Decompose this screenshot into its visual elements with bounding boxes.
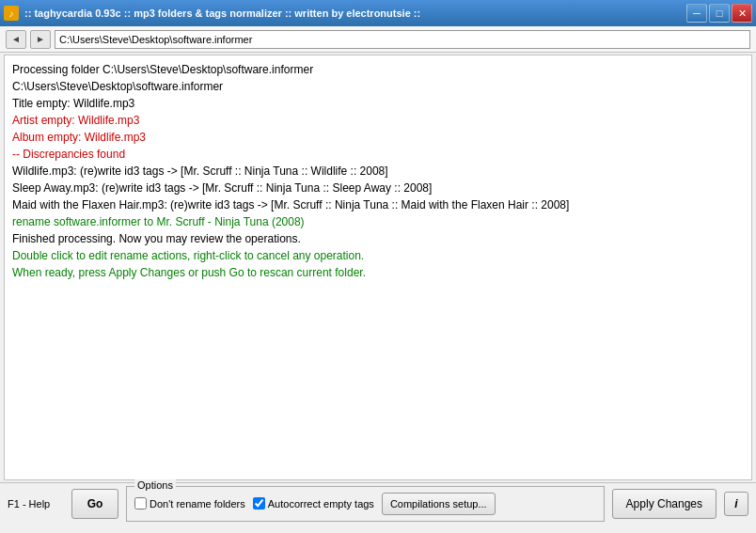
log-line: Wildlife.mp3: (re)write id3 tags -> [Mr.…	[12, 163, 744, 180]
log-line: Maid with the Flaxen Hair.mp3: (re)write…	[12, 196, 744, 213]
minimize-button[interactable]: ─	[686, 4, 707, 23]
info-button[interactable]: i	[724, 492, 748, 516]
options-group: Options Don't rename folders Autocorrect…	[126, 486, 605, 522]
help-text: F1 - Help	[8, 498, 64, 509]
compilations-setup-button[interactable]: Compilations setup...	[382, 493, 496, 515]
close-button[interactable]: ✕	[732, 4, 752, 23]
options-label: Options	[134, 479, 176, 491]
autocorrect-empty-tags-label[interactable]: Autocorrect empty tags	[253, 497, 374, 509]
log-line: -- Discrepancies found	[12, 146, 744, 163]
title-bar-controls: ─ □ ✕	[686, 4, 752, 23]
log-line: Double click to edit rename actions, rig…	[12, 247, 744, 264]
dont-rename-folders-checkbox[interactable]	[134, 497, 147, 509]
log-line: Artist empty: Wildlife.mp3	[12, 112, 744, 129]
log-line: C:\Users\Steve\Desktop\software.informer	[12, 78, 744, 95]
log-line: Album empty: Wildlife.mp3	[12, 129, 744, 146]
address-bar: ◄ ►	[0, 26, 756, 53]
app-icon: ♪	[4, 6, 19, 21]
go-button[interactable]: Go	[71, 489, 118, 519]
title-bar: ♪ :: taghycardia 0.93c :: mp3 folders & …	[0, 0, 756, 26]
log-line: rename software.informer to Mr. Scruff -…	[12, 213, 744, 230]
dont-rename-folders-label[interactable]: Don't rename folders	[134, 497, 245, 509]
log-line: Finished processing. Now you may review …	[12, 230, 744, 247]
forward-button[interactable]: ►	[30, 30, 51, 49]
log-line: Processing folder C:\Users\Steve\Desktop…	[12, 61, 744, 78]
autocorrect-empty-tags-checkbox[interactable]	[253, 497, 265, 509]
log-line: When ready, press Apply Changes or push …	[12, 264, 744, 281]
autocorrect-empty-tags-text: Autocorrect empty tags	[268, 498, 374, 509]
bottom-bar: F1 - Help Go Options Don't rename folder…	[0, 482, 756, 524]
main-content[interactable]: Processing folder C:\Users\Steve\Desktop…	[4, 55, 752, 480]
log-line: Title empty: Wildlife.mp3	[12, 95, 744, 112]
title-bar-left: ♪ :: taghycardia 0.93c :: mp3 folders & …	[4, 6, 420, 21]
maximize-button[interactable]: □	[709, 4, 730, 23]
back-button[interactable]: ◄	[6, 30, 26, 49]
address-field[interactable]	[55, 30, 750, 49]
dont-rename-folders-text: Don't rename folders	[150, 498, 245, 509]
apply-changes-button[interactable]: Apply Changes	[612, 489, 717, 519]
title-bar-text: :: taghycardia 0.93c :: mp3 folders & ta…	[24, 8, 420, 19]
log-line: Sleep Away.mp3: (re)write id3 tags -> [M…	[12, 180, 744, 196]
